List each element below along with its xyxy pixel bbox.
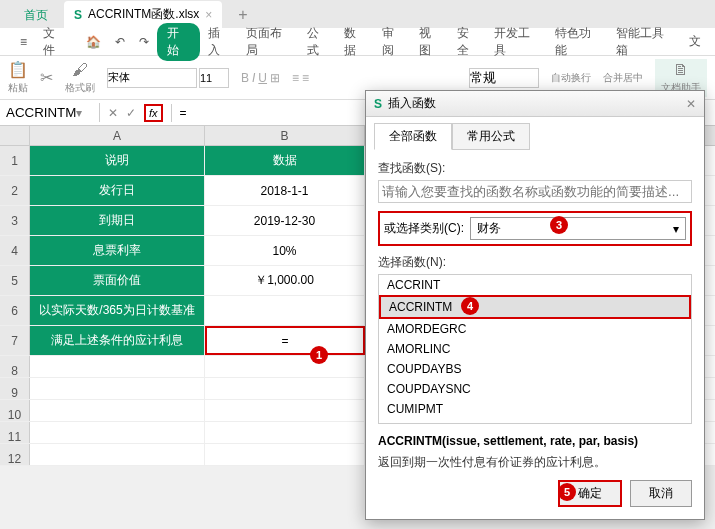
font-name-select[interactable] [107, 68, 197, 88]
dialog-tab-common[interactable]: 常用公式 [452, 123, 530, 150]
menu-smart-toolbox[interactable]: 智能工具箱 [610, 22, 681, 62]
italic-icon[interactable]: I [252, 71, 255, 85]
bold-icon[interactable]: B [241, 71, 249, 85]
cell-a1[interactable]: 说明 [30, 146, 205, 175]
format-painter-icon: 🖌 [72, 61, 88, 79]
cell-a4[interactable]: 息票利率 [30, 236, 205, 265]
row-header-4[interactable]: 4 [0, 236, 30, 265]
row-header-8[interactable]: 8 [0, 356, 30, 377]
number-format-select[interactable] [469, 68, 539, 88]
row-header-5[interactable]: 5 [0, 266, 30, 295]
cancel-button[interactable]: 取消 [630, 480, 692, 507]
badge-5: 5 [558, 483, 576, 501]
font-size-select[interactable] [199, 68, 229, 88]
cell-a7[interactable]: 满足上述条件的应计利息 [30, 326, 205, 355]
cell-b8[interactable] [205, 356, 365, 377]
align-center-icon[interactable]: ≡ [302, 71, 309, 85]
row-header-6[interactable]: 6 [0, 296, 30, 325]
row-header-7[interactable]: 7 [0, 326, 30, 355]
cell-a11[interactable] [30, 422, 205, 443]
row-header-9[interactable]: 9 [0, 378, 30, 399]
row-header-10[interactable]: 10 [0, 400, 30, 421]
cell-a2[interactable]: 发行日 [30, 176, 205, 205]
row-header-11[interactable]: 11 [0, 422, 30, 443]
fn-item-amorlinc[interactable]: AMORLINC [379, 339, 691, 359]
cell-b3[interactable]: 2019-12-30 [205, 206, 365, 235]
name-box[interactable]: ▾ [0, 103, 100, 122]
cancel-formula-icon[interactable]: ✕ [108, 106, 118, 120]
cell-a9[interactable] [30, 378, 205, 399]
fn-item-coupdaybs[interactable]: COUPDAYBS [379, 359, 691, 379]
cell-a6[interactable]: 以实际天数/365为日计数基准 [30, 296, 205, 325]
menu-home-icon[interactable]: 🏠 [80, 32, 107, 52]
chevron-down-icon: ▾ [673, 222, 679, 236]
cell-b11[interactable] [205, 422, 365, 443]
menu-insert[interactable]: 插入 [202, 22, 238, 62]
fn-item-accrint[interactable]: ACCRINT [379, 275, 691, 295]
border-icon[interactable]: ⊞ [270, 71, 280, 85]
row-header-1[interactable]: 1 [0, 146, 30, 175]
align-left-icon[interactable]: ≡ [292, 71, 299, 85]
menu-page-layout[interactable]: 页面布局 [240, 22, 299, 62]
dialog-title: 插入函数 [388, 95, 436, 112]
fn-item-accrintm[interactable]: ACCRINTM 4 [379, 295, 691, 319]
cell-b1[interactable]: 数据 [205, 146, 365, 175]
row-header-12[interactable]: 12 [0, 444, 30, 465]
tab-file-current[interactable]: S ACCRINTM函数.xlsx × [64, 1, 222, 28]
fn-item-coupdaysnc[interactable]: COUPDAYSNC [379, 379, 691, 399]
doc-assistant-icon: 🗎 [673, 61, 689, 79]
cell-b9[interactable] [205, 378, 365, 399]
dialog-tab-all[interactable]: 全部函数 [374, 123, 452, 150]
cell-b5[interactable]: ￥1,000.00 [205, 266, 365, 295]
menu-file[interactable]: ≡ 文件 [8, 19, 78, 65]
select-all-corner[interactable] [0, 126, 30, 145]
cell-b7[interactable]: = [205, 326, 365, 355]
menu-redo-icon[interactable]: ↷ [133, 32, 155, 52]
ok-button[interactable]: 5 确定 [558, 480, 622, 507]
fn-item-cumipmt[interactable]: CUMIPMT [379, 399, 691, 419]
menu-data[interactable]: 数据 [338, 22, 374, 62]
menu-formulas[interactable]: 公式 [301, 22, 337, 62]
col-header-a[interactable]: A [30, 126, 205, 145]
cell-b6[interactable] [205, 296, 365, 325]
search-input[interactable] [378, 180, 692, 203]
category-select[interactable]: 财务 ▾ [470, 217, 686, 240]
tab-close-icon[interactable]: × [205, 8, 212, 22]
row-header-3[interactable]: 3 [0, 206, 30, 235]
cell-b2[interactable]: 2018-1-1 [205, 176, 365, 205]
cell-a10[interactable] [30, 400, 205, 421]
menu-more[interactable]: 文 [683, 30, 707, 53]
cell-b4[interactable]: 10% [205, 236, 365, 265]
menu-undo-icon[interactable]: ↶ [109, 32, 131, 52]
cell-a5[interactable]: 票面价值 [30, 266, 205, 295]
close-icon[interactable]: ✕ [686, 97, 696, 111]
underline-icon[interactable]: U [258, 71, 267, 85]
menu-view[interactable]: 视图 [413, 22, 449, 62]
cut-button[interactable]: ✂ [40, 68, 53, 87]
format-painter-button[interactable]: 🖌 格式刷 [65, 61, 95, 95]
dropdown-icon[interactable]: ▾ [76, 106, 82, 120]
cut-icon: ✂ [40, 68, 53, 87]
function-list[interactable]: ACCRINT ACCRINTM 4 AMORDEGRC AMORLINC CO… [378, 274, 692, 424]
col-header-b[interactable]: B [205, 126, 365, 145]
merge-button[interactable]: 合并居中 [603, 71, 643, 85]
row-header-2[interactable]: 2 [0, 176, 30, 205]
cell-a12[interactable] [30, 444, 205, 465]
cell-b12[interactable] [205, 444, 365, 465]
wrap-button[interactable]: 自动换行 [551, 71, 591, 85]
menu-security[interactable]: 安全 [451, 22, 487, 62]
paste-button[interactable]: 📋 粘贴 [8, 60, 28, 95]
cell-b10[interactable] [205, 400, 365, 421]
menu-features[interactable]: 特色功能 [549, 22, 608, 62]
fn-item-amordegrc[interactable]: AMORDEGRC [379, 319, 691, 339]
menu-dev-tools[interactable]: 开发工具 [488, 22, 547, 62]
fn-item-cumprinc[interactable]: CUMPRINC [379, 419, 691, 424]
cell-a3[interactable]: 到期日 [30, 206, 205, 235]
category-label: 或选择类别(C): [384, 220, 464, 237]
fx-button[interactable]: fx [144, 104, 163, 122]
cell-a8[interactable] [30, 356, 205, 377]
search-label: 查找函数(S): [378, 160, 692, 177]
menu-review[interactable]: 审阅 [376, 22, 412, 62]
accept-formula-icon[interactable]: ✓ [126, 106, 136, 120]
menu-start[interactable]: 开始 [157, 23, 201, 61]
